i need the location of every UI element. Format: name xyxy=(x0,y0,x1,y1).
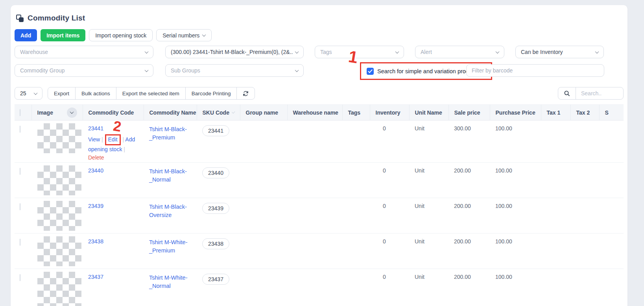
export-button[interactable]: Export xyxy=(48,87,76,100)
image-column-menu-button[interactable] xyxy=(67,108,77,118)
inventory-cell: 0 xyxy=(370,198,409,234)
column-header-commodity-name: Commodity Name xyxy=(144,105,197,121)
row-checkbox[interactable] xyxy=(20,203,20,210)
table-header-row: Image Commodity Code Commodity Name SKU … xyxy=(15,105,624,121)
row-checkbox[interactable] xyxy=(20,126,20,133)
s-cell xyxy=(599,234,624,269)
warehouse-name-cell xyxy=(287,269,342,306)
tax1-cell xyxy=(541,234,570,269)
filters-section: Warehouse (300.00) 23441-Tshirt M-Black-… xyxy=(15,46,624,84)
search-input[interactable] xyxy=(576,87,624,100)
commodity-name-link[interactable]: Tshirt M-Black-_Premium xyxy=(149,125,191,142)
sku-badge: 23437 xyxy=(202,274,229,285)
page-header: Commodity List xyxy=(16,14,624,22)
search-icon xyxy=(564,90,570,96)
product-image-placeholder xyxy=(37,165,81,195)
inventory-cell: 0 xyxy=(370,234,409,269)
column-header-tax1: Tax 1 xyxy=(541,105,570,121)
tax2-cell xyxy=(570,121,599,163)
refresh-button[interactable] xyxy=(236,87,255,100)
row-checkbox[interactable] xyxy=(20,274,20,281)
inventory-cell: 0 xyxy=(370,163,409,198)
tax2-cell xyxy=(570,198,599,234)
sale-price-cell: 200.00 xyxy=(448,163,490,198)
table-row: 23438 Tshirt M-White-_Premium 23438 0 Un… xyxy=(15,234,624,269)
tags-cell xyxy=(342,234,370,269)
delete-link[interactable]: Delete xyxy=(88,154,104,161)
commodity-group-select[interactable]: Commodity Group xyxy=(15,64,153,77)
primary-actions-bar: Add Import items Import opening stock Se… xyxy=(15,29,624,41)
tax2-cell xyxy=(570,163,599,198)
commodity-code-link[interactable]: 23441 xyxy=(88,125,103,132)
chevron-down-icon xyxy=(295,50,299,54)
layers-icon xyxy=(16,15,24,22)
sku-badge: 23438 xyxy=(202,238,229,249)
edit-link[interactable]: Edit xyxy=(105,134,121,145)
sort-chevron-icon xyxy=(232,110,235,113)
column-header-tags: Tags xyxy=(342,105,370,121)
commodity-name-link[interactable]: Tshirt M-White-_Premium xyxy=(149,238,191,255)
product-filter-select[interactable]: (300.00) 23441-Tshirt M-Black-_Premium(0… xyxy=(165,46,304,58)
column-header-sku-code: SKU Code xyxy=(203,109,229,116)
chevron-down-icon xyxy=(595,50,599,54)
sub-groups-placeholder: Sub Groups xyxy=(171,67,200,74)
warehouse-placeholder: Warehouse xyxy=(20,49,48,55)
commodity-name-link[interactable]: Tshirt M-White-_Normal xyxy=(149,274,191,290)
row-checkbox[interactable] xyxy=(20,168,20,175)
commodity-list-card: Commodity List Add Import items Import o… xyxy=(11,5,627,306)
product-image-placeholder xyxy=(37,201,81,231)
import-items-button[interactable]: Import items xyxy=(41,29,85,41)
export-selected-button[interactable]: Export the selected item xyxy=(116,87,186,100)
page-size-select[interactable]: 25 xyxy=(15,87,42,100)
serial-numbers-dropdown[interactable]: Serial numbers xyxy=(156,29,212,41)
alert-select[interactable]: Alert xyxy=(415,46,504,58)
group-name-cell xyxy=(240,198,287,234)
table-row: 23437 Tshirt M-White-_Normal 23437 0 Uni… xyxy=(15,269,624,306)
sku-badge: 23439 xyxy=(202,203,229,214)
simple-variation-checkbox[interactable] xyxy=(367,68,374,75)
select-all-checkbox[interactable] xyxy=(20,109,20,116)
sale-price-cell: 200.00 xyxy=(448,198,490,234)
commodity-code-link[interactable]: 23440 xyxy=(88,167,103,174)
commodity-name-link[interactable]: Tshirt M-Black-_Normal xyxy=(149,167,191,184)
search-button[interactable] xyxy=(558,87,576,100)
product-image-placeholder xyxy=(37,123,81,153)
commodity-code-link[interactable]: 23439 xyxy=(88,203,103,209)
bulk-actions-button[interactable]: Bulk actions xyxy=(75,87,116,100)
add-button[interactable]: Add xyxy=(15,29,37,41)
sub-groups-select[interactable]: Sub Groups xyxy=(165,64,304,77)
simple-variation-label: Search for simple and variation product xyxy=(377,68,476,74)
s-cell xyxy=(599,163,624,198)
s-cell xyxy=(599,121,624,163)
tax1-cell xyxy=(541,163,570,198)
page-title: Commodity List xyxy=(28,14,85,22)
tax1-cell xyxy=(541,121,570,163)
can-be-inventory-value: Can be Inventory xyxy=(521,49,563,55)
barcode-printing-button[interactable]: Barcode Printing xyxy=(185,87,237,100)
tax2-cell xyxy=(570,269,599,306)
table-row: 23440 Tshirt M-Black-_Normal 23440 0 Uni… xyxy=(15,163,624,198)
table-toolbar: 25 Export Bulk actions Export the select… xyxy=(15,87,624,100)
chevron-down-icon xyxy=(145,68,149,72)
tags-cell xyxy=(342,121,370,163)
view-link[interactable]: View xyxy=(88,136,100,143)
warehouse-select[interactable]: Warehouse xyxy=(15,46,153,58)
tax1-cell xyxy=(541,269,570,306)
commodity-name-link[interactable]: Tshirt M-Black-Oversize xyxy=(149,203,191,219)
column-header-tax2: Tax 2 xyxy=(570,105,599,121)
annotation-step-2: 2 xyxy=(112,118,122,135)
group-name-cell xyxy=(240,121,287,163)
warehouse-name-cell xyxy=(287,234,342,269)
commodity-code-link[interactable]: 23437 xyxy=(88,274,103,280)
commodity-code-link[interactable]: 23438 xyxy=(88,238,103,245)
import-opening-stock-button[interactable]: Import opening stock xyxy=(89,29,153,41)
inventory-cell: 0 xyxy=(370,269,409,306)
can-be-inventory-select[interactable]: Can be Inventory xyxy=(515,46,604,58)
column-header-unit-name: Unit Name xyxy=(409,105,448,121)
tags-select[interactable]: Tags xyxy=(315,46,404,58)
barcode-filter-input[interactable] xyxy=(466,64,604,77)
row-checkbox[interactable] xyxy=(20,239,20,246)
unit-name-cell: Unit xyxy=(409,121,448,163)
purchase-price-cell: 100.00 xyxy=(490,269,541,306)
warehouse-name-cell xyxy=(287,198,342,234)
